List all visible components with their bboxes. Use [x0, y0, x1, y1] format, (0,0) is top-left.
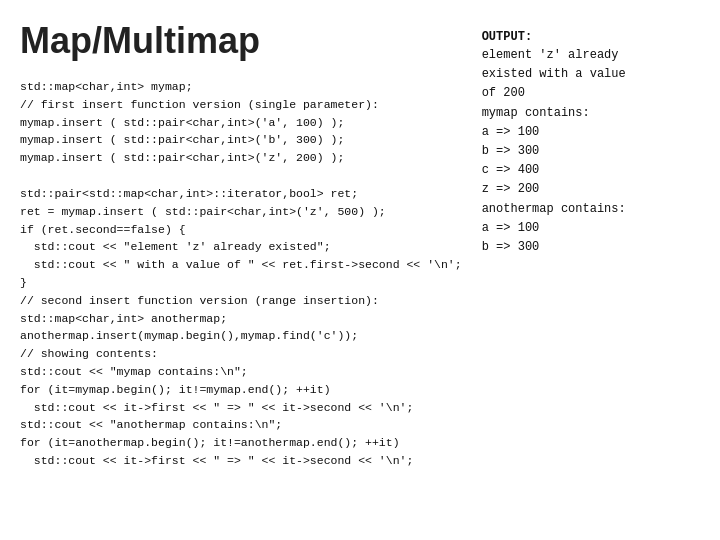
left-panel: Map/Multimap std::map<char,int> mymap; /…: [20, 20, 462, 520]
code-block: std::map<char,int> mymap; // first inser…: [20, 78, 462, 470]
output-block: element 'z' already existed with a value…: [482, 46, 700, 257]
page-title: Map/Multimap: [20, 20, 462, 62]
page-container: Map/Multimap std::map<char,int> mymap; /…: [0, 0, 720, 540]
output-label: OUTPUT:: [482, 30, 700, 44]
right-panel: OUTPUT: element 'z' already existed with…: [482, 20, 700, 520]
